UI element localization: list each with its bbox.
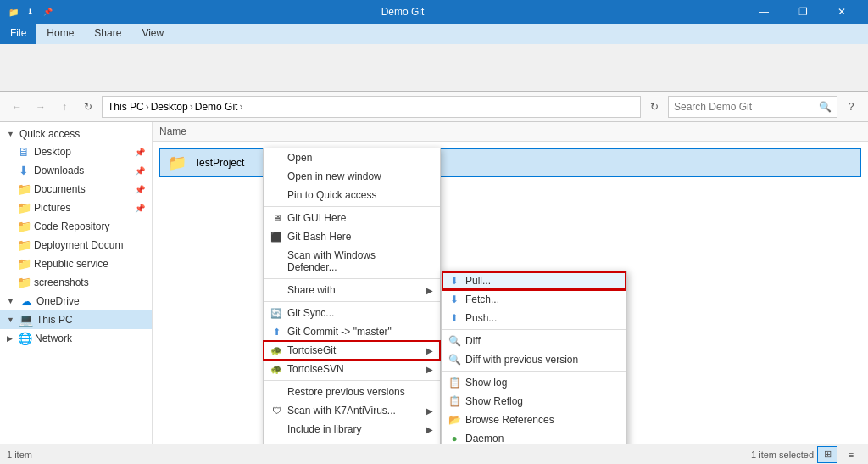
submenu-browse-refs[interactable]: 📂 Browse References (442, 411, 626, 429)
minimize-button[interactable]: — (744, 0, 783, 24)
maximize-button[interactable]: ❐ (783, 0, 822, 24)
submenu-show-log[interactable]: 📋 Show log (442, 373, 626, 392)
documents-pin-icon: 📌 (135, 185, 145, 194)
submenu-pull[interactable]: ⬇ Pull... (442, 271, 626, 290)
addr-desktop[interactable]: Desktop (151, 101, 188, 113)
menu-git-gui[interactable]: 🖥 Git GUI Here (264, 209, 440, 227)
submenu-show-reflog[interactable]: 📋 Show Reflog (442, 392, 626, 411)
submenu-push[interactable]: ⬆ Push... (442, 309, 626, 327)
code-icon: 📁 (17, 220, 31, 233)
git-gui-icon: 🖥 (269, 210, 284, 226)
menu-tortoisegit[interactable]: 🐢 TortoiseGit ▶ (264, 341, 440, 360)
tg-sep-2 (442, 371, 626, 372)
menu-share-with[interactable]: Share with ▶ (264, 281, 440, 299)
menu-pin-quick-access[interactable]: Pin to Quick access (264, 186, 440, 204)
submenu-daemon[interactable]: ● Daemon (442, 429, 626, 444)
pc-icon: 💻 (19, 313, 33, 327)
menu-scan-defender[interactable]: Scan with Windows Defender... (264, 246, 440, 277)
menu-git-commit[interactable]: ⬆ Git Commit -> "master" (264, 322, 440, 341)
sidebar-item-deployment[interactable]: 📁 Deployment Docum (0, 236, 152, 254)
tab-share[interactable]: Share (84, 24, 131, 44)
sidebar-item-desktop[interactable]: 🖥 Desktop 📌 (0, 143, 152, 161)
context-menu-overlay: Open Open in new window Pin to Quick acc… (153, 122, 868, 444)
refresh-addr-button[interactable]: ↻ (644, 97, 665, 117)
forward-button[interactable]: → (31, 97, 51, 117)
sidebar-network-label: Network (35, 333, 72, 344)
sidebar-item-screenshots[interactable]: 📁 screenshots (0, 273, 152, 292)
title-bar-icons: 📁 ⬇ 📌 (7, 5, 54, 19)
sidebar-documents-label: Documents (34, 183, 86, 195)
main-context-menu: Open Open in new window Pin to Quick acc… (263, 148, 441, 444)
menu-scan-k7[interactable]: 🛡 Scan with K7AntiVirus... ▶ (264, 401, 440, 420)
back-button[interactable]: ← (7, 97, 27, 117)
submenu-diff[interactable]: 🔍 Diff (442, 332, 626, 350)
submenu-fetch[interactable]: ⬇ Fetch... (442, 290, 626, 309)
menu-git-gui-label: Git GUI Here (287, 212, 346, 224)
separator-4 (264, 380, 440, 381)
sidebar-item-documents[interactable]: 📁 Documents 📌 (0, 180, 152, 198)
pictures-pin-icon: 📌 (135, 204, 145, 213)
menu-include-library[interactable]: Include in library ▶ (264, 420, 440, 439)
ribbon-tabs: File Home Share View (0, 24, 868, 44)
expand-network-icon: ▶ (7, 334, 13, 343)
sidebar-deployment-label: Deployment Docum (34, 239, 123, 251)
view-list[interactable]: ≡ (841, 446, 861, 463)
sidebar-item-downloads[interactable]: ⬇ Downloads 📌 (0, 161, 152, 180)
menu-git-sync[interactable]: 🔄 Git Sync... (264, 304, 440, 322)
show-reflog-icon: 📋 (447, 394, 462, 409)
refresh-button[interactable]: ↻ (78, 97, 98, 117)
separator-1 (264, 206, 440, 207)
menu-restore-prev[interactable]: Restore previous versions (264, 383, 440, 401)
sidebar-item-pictures[interactable]: 📁 Pictures 📌 (0, 198, 152, 217)
sidebar-thispc[interactable]: ▼ 💻 This PC (0, 310, 152, 329)
menu-scan-defender-label: Scan with Windows Defender... (287, 249, 423, 273)
menu-git-bash[interactable]: ⬛ Git Bash Here (264, 227, 440, 246)
submenu-pull-label: Pull... (465, 275, 491, 287)
tab-view[interactable]: View (131, 24, 174, 44)
sidebar-republic-label: Republic service (34, 258, 108, 270)
documents-icon: 📁 (17, 182, 31, 196)
sidebar-item-republic[interactable]: 📁 Republic service (0, 254, 152, 273)
sidebar-quick-access[interactable]: ▼ Quick access (0, 126, 152, 143)
view-large-icons[interactable]: ⊞ (817, 446, 837, 463)
menu-tortoisesvn[interactable]: 🐢 TortoiseSVN ▶ (264, 360, 440, 378)
window-controls[interactable]: — ❐ ✕ (744, 0, 861, 24)
submenu-diff-prev[interactable]: 🔍 Diff with previous version (442, 350, 626, 369)
tg-sep-1 (442, 329, 626, 330)
submenu-fetch-label: Fetch... (465, 293, 499, 305)
tab-home[interactable]: Home (36, 24, 84, 44)
menu-pin-start[interactable]: Pin to Start (264, 439, 440, 444)
submenu-diff-prev-label: Diff with previous version (465, 354, 578, 366)
search-box[interactable]: 🔍 (668, 96, 837, 118)
sidebar-network[interactable]: ▶ 🌐 Network (0, 329, 152, 348)
menu-git-bash-label: Git Bash Here (287, 231, 351, 243)
share-arrow-icon: ▶ (426, 286, 433, 295)
addr-demogit[interactable]: Demo Git (195, 101, 238, 113)
sidebar-screenshots-label: screenshots (34, 277, 89, 288)
menu-open-new-window[interactable]: Open in new window (264, 167, 440, 186)
address-path[interactable]: This PC › Desktop › Demo Git › (102, 96, 641, 118)
separator-2 (264, 278, 440, 279)
tab-file[interactable]: File (0, 24, 36, 44)
sidebar-thispc-label: This PC (36, 314, 73, 326)
quick-access-icon: ⬇ (24, 5, 37, 19)
sidebar-item-code[interactable]: 📁 Code Repository (0, 217, 152, 236)
menu-pin-start-label: Pin to Start (287, 442, 337, 444)
sidebar-onedrive[interactable]: ▼ ☁ OneDrive (0, 292, 152, 310)
search-input[interactable] (674, 101, 819, 113)
sidebar-quick-access-label: Quick access (19, 128, 80, 140)
menu-open[interactable]: Open (264, 148, 440, 167)
menu-tortoisesvn-label: TortoiseSVN (287, 363, 344, 375)
addr-thispc[interactable]: This PC (108, 101, 144, 113)
git-bash-icon: ⬛ (269, 229, 284, 244)
expand-onedrive-icon: ▼ (7, 297, 14, 305)
up-button[interactable]: ↑ (54, 97, 75, 117)
git-sync-icon: 🔄 (269, 305, 284, 321)
sidebar: ▼ Quick access 🖥 Desktop 📌 ⬇ Downloads 📌… (0, 122, 153, 444)
help-button[interactable]: ? (841, 97, 861, 117)
sidebar-pictures-label: Pictures (34, 202, 70, 214)
submenu-browse-refs-label: Browse References (465, 414, 554, 426)
separator-3 (264, 301, 440, 302)
close-button[interactable]: ✕ (822, 0, 861, 24)
screenshots-icon: 📁 (17, 276, 31, 289)
